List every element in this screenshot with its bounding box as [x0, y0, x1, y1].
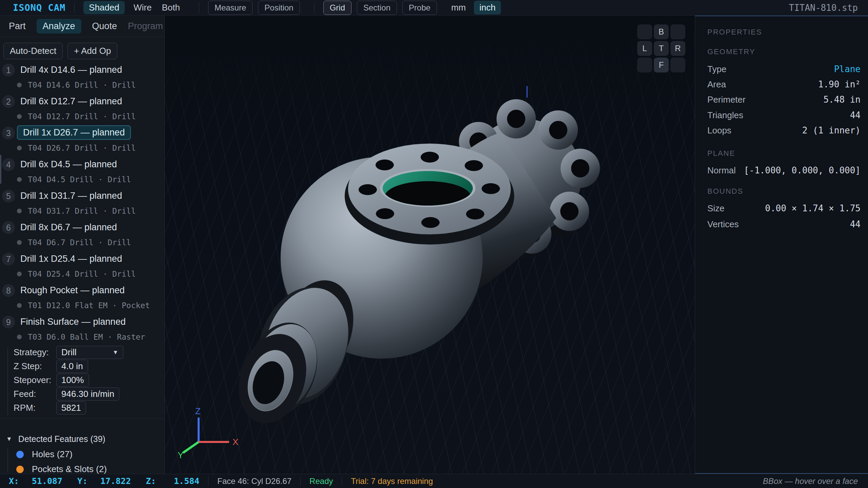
top-flange[interactable] [345, 144, 514, 245]
axis-triad: Z X Y [178, 407, 242, 461]
tool-dot-icon [17, 146, 22, 150]
operation-item[interactable]: 6 Drill 8x D6.7 — planned T04 D6.7 Drill… [0, 220, 162, 252]
detected-features-header[interactable]: ▼ Detected Features (39) [6, 434, 105, 444]
operation-title[interactable]: Drill 1x D26.7 — planned [17, 125, 131, 140]
pipe-neck[interactable] [228, 271, 365, 432]
sidebar-tabs: Part Analyze Quote Program [0, 16, 164, 37]
status-bar: X: 51.087 Y: 17.822 Z: 1.584 Face 46: Cy… [0, 474, 868, 488]
operation-item[interactable]: 9 Finish Surface — planned T03 D6.0 Ball… [0, 315, 162, 346]
sidebar-divider [0, 419, 164, 419]
operation-tool-label: T04 D4.5 Drill · Drill [28, 175, 131, 184]
sidebar-scrollbar-thumb[interactable] [0, 155, 1, 184]
operation-tool-row: T04 D25.4 Drill · Drill [17, 270, 136, 278]
shading-mode-both[interactable]: Both [162, 2, 180, 13]
shading-mode-wire[interactable]: Wire [134, 2, 152, 13]
operation-title[interactable]: Drill 1x D31.7 — planned [20, 191, 122, 201]
rpm-input[interactable]: 5821 [56, 401, 86, 415]
tab-analyze[interactable]: Analyze [37, 19, 81, 34]
toolbar-divider [314, 3, 315, 13]
operation-title[interactable]: Finish Surface — planned [20, 317, 126, 327]
operation-tool-label: T04 D14.6 Drill · Drill [28, 81, 136, 89]
view-cube-corner[interactable] [670, 24, 685, 39]
operation-title[interactable]: Drill 8x D6.7 — planned [20, 222, 117, 233]
operation-number-badge: 3 [2, 127, 15, 140]
view-cube: B L T R F [637, 24, 685, 72]
feed-input[interactable]: 946.30 in/min [56, 387, 119, 401]
operation-tool-label: T04 D6.7 Drill · Drill [28, 238, 131, 247]
operation-tool-row: T04 D31.7 Drill · Drill [17, 207, 136, 215]
operation-title[interactable]: Drill 6x D12.7 — planned [20, 96, 122, 107]
operation-title[interactable]: Drill 6x D4.5 — planned [20, 159, 117, 170]
operation-item[interactable]: 4 Drill 6x D4.5 — planned T04 D4.5 Drill… [0, 157, 162, 189]
operation-tool-label: T04 D25.4 Drill · Drill [28, 270, 136, 278]
tab-program: Program [128, 21, 163, 31]
view-cube-corner[interactable] [637, 24, 652, 39]
properties-panel: PROPERTIES GEOMETRY Type Plane Area 1.90… [695, 16, 868, 474]
operation-tool-row: T04 D14.6 Drill · Drill [17, 81, 136, 89]
property-row-size: Size 0.00 × 1.74 × 1.75 [707, 202, 861, 214]
operation-item[interactable]: 8 Rough Pocket — planned T01 D12.0 Flat … [0, 283, 162, 315]
y-axis-line [183, 442, 199, 453]
toolbar-divider [199, 3, 199, 13]
operation-item[interactable]: 1 Drill 4x D14.6 — planned T04 D14.6 Dri… [0, 63, 162, 94]
operation-tool-label: T04 D26.7 Drill · Drill [28, 144, 136, 152]
detected-features-title: Detected Features (39) [18, 434, 105, 444]
view-right-button[interactable]: R [670, 41, 685, 56]
stepover-input[interactable]: 100% [56, 374, 89, 387]
position-button[interactable]: Position [258, 1, 300, 15]
triangle-down-icon: ▼ [6, 436, 12, 443]
normal-label: Normal [707, 165, 736, 176]
vertices-label: Vertices [707, 219, 739, 230]
units-mm-toggle[interactable]: mm [451, 2, 466, 13]
property-row-normal: Normal [-1.000, 0.000, 0.000] [707, 164, 861, 176]
section-toggle-button[interactable]: Section [357, 1, 397, 15]
grid-toggle-button[interactable]: Grid [323, 1, 351, 15]
z-coord-label: Z: [146, 476, 156, 486]
view-back-button[interactable]: B [654, 24, 669, 39]
tool-dot-icon [17, 114, 22, 119]
shading-mode-shaded[interactable]: Shaded [83, 1, 125, 14]
operation-tool-label: T04 D31.7 Drill · Drill [28, 207, 136, 215]
operation-item[interactable]: 7 Drill 1x D25.4 — planned T04 D25.4 Dri… [0, 252, 162, 283]
view-left-button[interactable]: L [637, 41, 652, 56]
operation-title[interactable]: Drill 1x D25.4 — planned [20, 254, 122, 264]
type-value: Plane [834, 64, 861, 74]
toolbar-divider [74, 3, 75, 13]
zstep-input[interactable]: 4.0 in [56, 360, 88, 373]
feature-group-holes[interactable]: Holes (27) [16, 449, 73, 460]
add-op-button[interactable]: + Add Op [67, 43, 117, 59]
operation-parameters: Strategy: Drill ▼ Z Step: 4.0 in Stepove… [0, 345, 164, 417]
tool-dot-icon [17, 335, 22, 339]
operation-title[interactable]: Rough Pocket — planned [20, 285, 125, 296]
part-model[interactable] [165, 16, 695, 474]
loops-label: Loops [707, 125, 731, 136]
type-label: Type [707, 64, 726, 75]
perimeter-label: Perimeter [707, 94, 746, 105]
view-front-button[interactable]: F [654, 58, 669, 72]
operation-item[interactable]: 5 Drill 1x D31.7 — planned T04 D31.7 Dri… [0, 189, 162, 220]
tab-quote[interactable]: Quote [92, 21, 117, 31]
operation-item[interactable]: 2 Drill 6x D12.7 — planned T04 D12.7 Dri… [0, 94, 162, 126]
units-inch-toggle[interactable]: inch [474, 1, 501, 15]
property-row-perimeter: Perimeter 5.48 in [707, 93, 861, 106]
probe-toggle-button[interactable]: Probe [402, 1, 437, 15]
tab-part[interactable]: Part [9, 21, 26, 31]
statusbar-divider [342, 477, 342, 486]
view-top-button[interactable]: T [654, 41, 669, 56]
strategy-select[interactable]: Drill ▼ [56, 346, 123, 359]
zstep-label: Z Step: [14, 361, 56, 372]
property-row-vertices: Vertices 44 [707, 218, 861, 230]
3d-viewport[interactable]: B L T R F Z X Y [165, 16, 695, 474]
x-coord-value: 51.087 [24, 476, 62, 486]
auto-detect-button[interactable]: Auto-Detect [3, 43, 63, 59]
view-cube-corner[interactable] [670, 58, 685, 72]
measure-button[interactable]: Measure [208, 1, 253, 15]
area-label: Area [707, 79, 726, 90]
stepover-label: Stepover: [14, 375, 56, 385]
operation-title[interactable]: Drill 4x D14.6 — planned [20, 65, 122, 75]
operation-item-selected[interactable]: 3 Drill 1x D26.7 — planned T04 D26.7 Dri… [0, 126, 162, 157]
x-coord-label: X: [9, 476, 19, 486]
view-cube-corner[interactable] [637, 58, 652, 72]
feature-group-pockets[interactable]: Pockets & Slots (2) [16, 464, 107, 474]
operation-number-badge: 2 [2, 95, 15, 108]
